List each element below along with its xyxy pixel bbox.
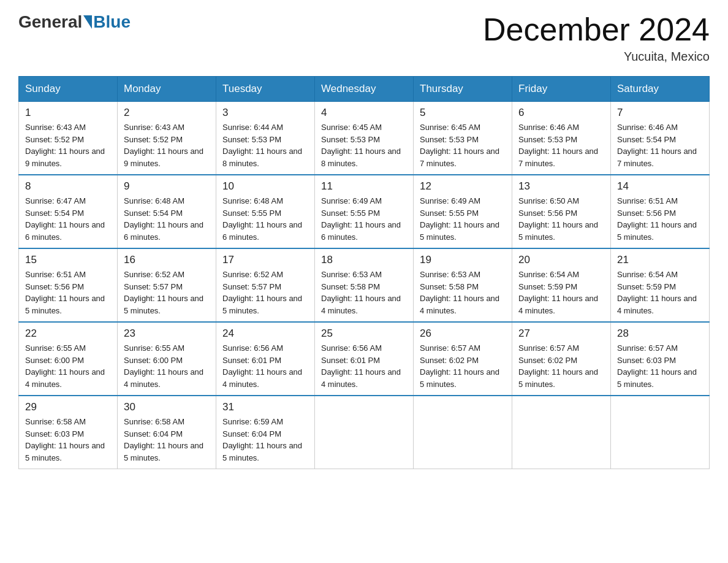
sunrise-label: Sunrise: 6:54 AM bbox=[518, 270, 579, 279]
calendar-day-header: Wednesday bbox=[315, 77, 414, 102]
day-info: Sunrise: 6:53 AM Sunset: 5:58 PM Dayligh… bbox=[321, 269, 407, 316]
daylight-label: Daylight: 11 hours and 5 minutes. bbox=[617, 220, 697, 242]
sunrise-label: Sunrise: 6:47 AM bbox=[25, 196, 86, 205]
day-number: 11 bbox=[321, 180, 407, 193]
day-info: Sunrise: 6:48 AM Sunset: 5:54 PM Dayligh… bbox=[124, 195, 210, 243]
sunset-label: Sunset: 5:59 PM bbox=[518, 282, 577, 291]
day-number: 27 bbox=[518, 327, 604, 340]
day-info: Sunrise: 6:56 AM Sunset: 6:01 PM Dayligh… bbox=[321, 342, 407, 390]
sunset-label: Sunset: 6:02 PM bbox=[518, 356, 577, 365]
daylight-label: Daylight: 11 hours and 4 minutes. bbox=[420, 294, 499, 315]
daylight-label: Daylight: 11 hours and 4 minutes. bbox=[617, 294, 697, 315]
sunrise-label: Sunrise: 6:58 AM bbox=[124, 417, 184, 426]
day-number: 30 bbox=[124, 401, 210, 413]
sunset-label: Sunset: 5:55 PM bbox=[420, 209, 479, 218]
day-number: 31 bbox=[222, 401, 308, 413]
sunrise-label: Sunrise: 6:43 AM bbox=[124, 123, 184, 132]
sunrise-label: Sunrise: 6:45 AM bbox=[321, 123, 382, 132]
daylight-label: Daylight: 11 hours and 4 minutes. bbox=[222, 367, 302, 389]
sunset-label: Sunset: 6:01 PM bbox=[321, 356, 380, 365]
daylight-label: Daylight: 11 hours and 6 minutes. bbox=[222, 220, 302, 242]
sunrise-label: Sunrise: 6:52 AM bbox=[124, 270, 184, 279]
daylight-label: Daylight: 11 hours and 7 minutes. bbox=[420, 147, 499, 168]
day-info: Sunrise: 6:46 AM Sunset: 5:53 PM Dayligh… bbox=[518, 121, 604, 169]
calendar-cell: 24 Sunrise: 6:56 AM Sunset: 6:01 PM Dayl… bbox=[216, 322, 315, 396]
sunrise-label: Sunrise: 6:46 AM bbox=[617, 123, 678, 132]
sunrise-label: Sunrise: 6:52 AM bbox=[222, 270, 283, 279]
day-info: Sunrise: 6:45 AM Sunset: 5:53 PM Dayligh… bbox=[420, 121, 506, 169]
sunset-label: Sunset: 6:00 PM bbox=[124, 356, 183, 365]
calendar-day-header: Thursday bbox=[414, 77, 512, 102]
daylight-label: Daylight: 11 hours and 5 minutes. bbox=[420, 367, 499, 389]
sunrise-label: Sunrise: 6:43 AM bbox=[25, 123, 86, 132]
daylight-label: Daylight: 11 hours and 8 minutes. bbox=[321, 147, 401, 168]
day-number: 1 bbox=[25, 107, 111, 119]
day-number: 13 bbox=[518, 180, 604, 193]
calendar-cell: 4 Sunrise: 6:45 AM Sunset: 5:53 PM Dayli… bbox=[315, 102, 414, 175]
logo: General Blue bbox=[18, 12, 131, 32]
day-info: Sunrise: 6:49 AM Sunset: 5:55 PM Dayligh… bbox=[420, 195, 506, 243]
day-info: Sunrise: 6:56 AM Sunset: 6:01 PM Dayligh… bbox=[222, 342, 308, 390]
calendar-cell: 22 Sunrise: 6:55 AM Sunset: 6:00 PM Dayl… bbox=[19, 322, 118, 396]
calendar-cell bbox=[315, 396, 414, 469]
calendar-cell: 8 Sunrise: 6:47 AM Sunset: 5:54 PM Dayli… bbox=[19, 175, 118, 248]
sunset-label: Sunset: 5:53 PM bbox=[222, 135, 281, 144]
calendar-week-row: 22 Sunrise: 6:55 AM Sunset: 6:00 PM Dayl… bbox=[19, 322, 710, 396]
calendar-cell: 16 Sunrise: 6:52 AM Sunset: 5:57 PM Dayl… bbox=[118, 248, 216, 322]
calendar-cell: 25 Sunrise: 6:56 AM Sunset: 6:01 PM Dayl… bbox=[315, 322, 414, 396]
day-info: Sunrise: 6:45 AM Sunset: 5:53 PM Dayligh… bbox=[321, 121, 407, 169]
sunrise-label: Sunrise: 6:56 AM bbox=[321, 343, 382, 353]
calendar-header-row: SundayMondayTuesdayWednesdayThursdayFrid… bbox=[19, 77, 710, 102]
daylight-label: Daylight: 11 hours and 7 minutes. bbox=[617, 147, 697, 168]
sunset-label: Sunset: 6:02 PM bbox=[420, 356, 479, 365]
day-number: 20 bbox=[518, 254, 604, 266]
day-info: Sunrise: 6:47 AM Sunset: 5:54 PM Dayligh… bbox=[25, 195, 111, 243]
calendar-day-header: Sunday bbox=[19, 77, 118, 102]
day-info: Sunrise: 6:52 AM Sunset: 5:57 PM Dayligh… bbox=[222, 269, 308, 316]
day-number: 10 bbox=[222, 180, 308, 193]
sunset-label: Sunset: 6:00 PM bbox=[25, 356, 84, 365]
daylight-label: Daylight: 11 hours and 9 minutes. bbox=[25, 147, 105, 168]
day-number: 19 bbox=[420, 254, 506, 266]
calendar-cell: 11 Sunrise: 6:49 AM Sunset: 5:55 PM Dayl… bbox=[315, 175, 414, 248]
daylight-label: Daylight: 11 hours and 8 minutes. bbox=[222, 147, 302, 168]
sunset-label: Sunset: 5:59 PM bbox=[617, 282, 676, 291]
day-info: Sunrise: 6:54 AM Sunset: 5:59 PM Dayligh… bbox=[518, 269, 604, 316]
sunrise-label: Sunrise: 6:57 AM bbox=[518, 343, 579, 353]
sunset-label: Sunset: 5:54 PM bbox=[617, 135, 676, 144]
daylight-label: Daylight: 11 hours and 4 minutes. bbox=[25, 367, 105, 389]
calendar-week-row: 8 Sunrise: 6:47 AM Sunset: 5:54 PM Dayli… bbox=[19, 175, 710, 248]
day-number: 8 bbox=[25, 180, 111, 193]
sunrise-label: Sunrise: 6:53 AM bbox=[420, 270, 480, 279]
calendar-week-row: 29 Sunrise: 6:58 AM Sunset: 6:03 PM Dayl… bbox=[19, 396, 710, 469]
logo-blue-text: Blue bbox=[93, 12, 131, 32]
calendar-cell: 10 Sunrise: 6:48 AM Sunset: 5:55 PM Dayl… bbox=[216, 175, 315, 248]
calendar-cell: 20 Sunrise: 6:54 AM Sunset: 5:59 PM Dayl… bbox=[512, 248, 611, 322]
sunset-label: Sunset: 6:04 PM bbox=[124, 429, 183, 439]
sunrise-label: Sunrise: 6:48 AM bbox=[124, 196, 184, 205]
day-info: Sunrise: 6:59 AM Sunset: 6:04 PM Dayligh… bbox=[222, 416, 308, 464]
sunset-label: Sunset: 6:01 PM bbox=[222, 356, 281, 365]
day-info: Sunrise: 6:58 AM Sunset: 6:03 PM Dayligh… bbox=[25, 416, 111, 464]
sunrise-label: Sunrise: 6:59 AM bbox=[222, 417, 283, 426]
calendar-cell: 18 Sunrise: 6:53 AM Sunset: 5:58 PM Dayl… bbox=[315, 248, 414, 322]
calendar-cell: 31 Sunrise: 6:59 AM Sunset: 6:04 PM Dayl… bbox=[216, 396, 315, 469]
daylight-label: Daylight: 11 hours and 5 minutes. bbox=[420, 220, 499, 242]
calendar-cell: 15 Sunrise: 6:51 AM Sunset: 5:56 PM Dayl… bbox=[19, 248, 118, 322]
daylight-label: Daylight: 11 hours and 5 minutes. bbox=[124, 441, 203, 462]
day-info: Sunrise: 6:43 AM Sunset: 5:52 PM Dayligh… bbox=[25, 121, 111, 169]
month-title: December 2024 bbox=[483, 12, 710, 47]
day-info: Sunrise: 6:50 AM Sunset: 5:56 PM Dayligh… bbox=[518, 195, 604, 243]
daylight-label: Daylight: 11 hours and 5 minutes. bbox=[617, 367, 697, 389]
calendar-day-header: Monday bbox=[118, 77, 216, 102]
daylight-label: Daylight: 11 hours and 4 minutes. bbox=[124, 367, 203, 389]
calendar-cell: 2 Sunrise: 6:43 AM Sunset: 5:52 PM Dayli… bbox=[118, 102, 216, 175]
calendar-cell bbox=[512, 396, 611, 469]
daylight-label: Daylight: 11 hours and 5 minutes. bbox=[222, 294, 302, 315]
sunset-label: Sunset: 5:52 PM bbox=[25, 135, 84, 144]
sunrise-label: Sunrise: 6:51 AM bbox=[25, 270, 86, 279]
calendar-cell: 12 Sunrise: 6:49 AM Sunset: 5:55 PM Dayl… bbox=[414, 175, 512, 248]
day-number: 29 bbox=[25, 401, 111, 413]
sunrise-label: Sunrise: 6:51 AM bbox=[617, 196, 678, 205]
daylight-label: Daylight: 11 hours and 4 minutes. bbox=[321, 367, 401, 389]
